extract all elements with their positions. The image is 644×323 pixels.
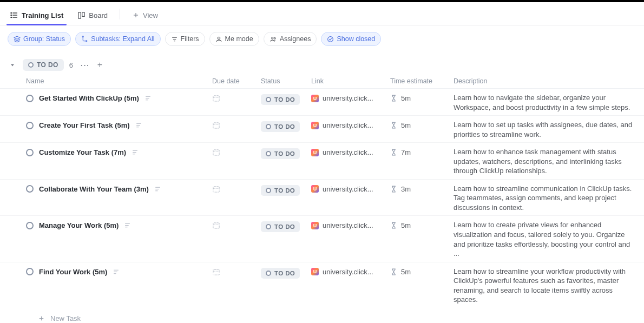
due-date-button[interactable]: [212, 94, 220, 102]
layers-icon: [14, 36, 21, 43]
svg-rect-38: [213, 150, 219, 155]
calendar-icon: [212, 268, 220, 276]
status-dot-icon: [266, 151, 271, 156]
svg-rect-6: [78, 12, 81, 18]
col-header-desc[interactable]: Description: [454, 77, 636, 85]
hourglass-icon: [390, 149, 397, 156]
task-description[interactable]: Learn how to enhance task management wit…: [454, 146, 636, 176]
add-view-label: View: [143, 11, 158, 19]
due-date-button[interactable]: [212, 185, 220, 193]
col-header-time[interactable]: Time estimate: [390, 77, 454, 85]
task-link[interactable]: university.click...: [323, 94, 373, 102]
view-tab-list[interactable]: Training List: [8, 6, 65, 25]
add-task-button[interactable]: +: [97, 60, 102, 70]
collapse-group-button[interactable]: [8, 60, 17, 70]
view-tab-board[interactable]: Board: [75, 7, 110, 25]
add-view-button[interactable]: View: [130, 7, 160, 25]
col-header-link[interactable]: Link: [311, 77, 390, 85]
me-mode-pill[interactable]: Me mode: [209, 32, 259, 46]
show-closed-pill[interactable]: Show closed: [321, 32, 381, 46]
list-icon: [10, 11, 18, 19]
subtasks-pill[interactable]: Subtasks: Expand All: [75, 32, 160, 46]
pill-label: Filters: [181, 35, 199, 43]
svg-point-5: [11, 17, 11, 17]
task-link[interactable]: university.click...: [323, 185, 373, 193]
time-estimate[interactable]: 7m: [401, 148, 411, 156]
group-by-pill[interactable]: Group: Status: [8, 32, 71, 46]
task-link[interactable]: university.click...: [323, 148, 373, 156]
table-row[interactable]: Find Your Work (5m) TO DO U university.c…: [0, 262, 644, 308]
table-row[interactable]: Collaborate With Your Team (3m) TO DO U …: [0, 180, 644, 216]
description-icon: [124, 222, 131, 229]
task-status-circle[interactable]: [26, 185, 34, 193]
new-task-button[interactable]: New Task: [0, 308, 644, 323]
svg-rect-31: [213, 123, 219, 128]
task-status-circle[interactable]: [26, 149, 34, 156]
filters-row: Group: Status Subtasks: Expand All Filte…: [0, 25, 644, 52]
task-title[interactable]: Create Your First Task (5m): [39, 121, 130, 129]
task-title[interactable]: Find Your Work (5m): [39, 268, 107, 276]
svg-rect-59: [213, 269, 219, 275]
chevron-down-icon: [9, 62, 16, 68]
time-estimate[interactable]: 5m: [401, 121, 411, 129]
status-chip[interactable]: TO DO: [261, 121, 300, 132]
plus-icon: [38, 315, 45, 322]
table-row[interactable]: Create Your First Task (5m) TO DO U univ…: [0, 116, 644, 143]
status-chip-label: TO DO: [274, 187, 295, 194]
new-task-label: New Task: [50, 314, 81, 322]
task-description[interactable]: Learn how to set up tasks with assignees…: [454, 119, 636, 139]
task-status-circle[interactable]: [26, 222, 34, 229]
status-chip-label: TO DO: [274, 150, 295, 157]
time-estimate[interactable]: 5m: [401, 94, 411, 102]
status-dot-icon: [266, 224, 271, 229]
task-title[interactable]: Customize Your Task (7m): [39, 148, 126, 156]
column-headers: Name Due date Status Link Time estimate …: [0, 73, 644, 89]
task-status-circle[interactable]: [26, 95, 34, 102]
task-link[interactable]: university.click...: [323, 121, 373, 129]
status-chip[interactable]: TO DO: [261, 185, 300, 196]
views-row: Training List Board View: [0, 2, 644, 25]
hourglass-icon: [390, 268, 397, 275]
task-title[interactable]: Manage Your Work (5m): [39, 221, 119, 229]
assignees-pill[interactable]: Assignees: [264, 32, 317, 46]
task-status-circle[interactable]: [26, 122, 34, 129]
group-header: TO DO 6 ··· +: [0, 52, 644, 73]
status-chip-label: TO DO: [274, 96, 295, 103]
time-estimate[interactable]: 5m: [401, 221, 411, 229]
task-status-circle[interactable]: [26, 268, 34, 275]
task-description[interactable]: Learn how to create private views for en…: [454, 219, 636, 258]
status-chip[interactable]: TO DO: [261, 221, 300, 232]
filters-pill[interactable]: Filters: [165, 32, 205, 46]
task-description[interactable]: Learn how to streamline your workflow pr…: [454, 266, 636, 305]
task-description[interactable]: Learn how to streamline communication in…: [454, 183, 636, 213]
col-header-name[interactable]: Name: [26, 77, 212, 85]
group-more-button[interactable]: ···: [78, 60, 92, 70]
table-row[interactable]: Customize Your Task (7m) TO DO U univers…: [0, 143, 644, 180]
table-row[interactable]: Get Started With ClickUp (5m) TO DO U un…: [0, 89, 644, 116]
task-title[interactable]: Collaborate With Your Team (3m): [39, 185, 149, 193]
status-chip[interactable]: TO DO: [261, 94, 300, 105]
group-status-badge[interactable]: TO DO: [23, 59, 64, 71]
due-date-button[interactable]: [212, 268, 220, 276]
task-link[interactable]: university.click...: [323, 221, 373, 229]
table-row[interactable]: Manage Your Work (5m) TO DO U university…: [0, 216, 644, 262]
calendar-icon: [212, 94, 220, 102]
link-favicon-icon: U: [311, 268, 319, 275]
col-header-status[interactable]: Status: [261, 77, 311, 85]
time-estimate[interactable]: 3m: [401, 185, 411, 193]
status-chip[interactable]: TO DO: [261, 268, 300, 279]
check-circle-icon: [327, 36, 334, 43]
task-link[interactable]: university.click...: [323, 268, 373, 276]
task-title[interactable]: Get Started With ClickUp (5m): [39, 94, 139, 102]
description-icon: [154, 186, 161, 193]
time-estimate[interactable]: 5m: [401, 268, 411, 276]
hourglass-icon: [390, 122, 397, 129]
col-header-due[interactable]: Due date: [212, 77, 261, 85]
status-chip[interactable]: TO DO: [261, 148, 300, 159]
pill-label: Me mode: [225, 35, 253, 43]
due-date-button[interactable]: [212, 121, 220, 129]
due-date-button[interactable]: [212, 148, 220, 156]
due-date-button[interactable]: [212, 221, 220, 229]
pill-label: Show closed: [337, 35, 375, 43]
task-description[interactable]: Learn how to navigate the sidebar, organ…: [454, 92, 636, 112]
